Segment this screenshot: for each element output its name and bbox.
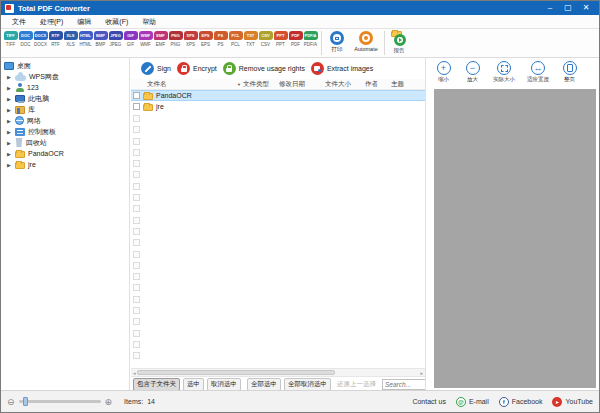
whole-page-button[interactable]: 整页 (556, 61, 583, 89)
column-filetype[interactable]: 文件类型 (243, 80, 279, 89)
toolbar-separator (321, 31, 322, 55)
scroll-right-icon[interactable]: ▸ (420, 370, 423, 376)
html-icon: HTML (79, 31, 93, 40)
row-checkbox[interactable] (133, 92, 140, 99)
slider-thumb[interactable] (23, 397, 28, 406)
format-button-bmp[interactable]: BMPBMP (93, 31, 108, 47)
format-button-tiff[interactable]: TIFFTIFF (3, 31, 18, 47)
file-row-jre[interactable]: jre (131, 101, 425, 112)
folder-icon (15, 151, 25, 158)
format-button-eps[interactable]: EPSEPS (198, 31, 213, 47)
maximize-button[interactable]: ▢ (559, 1, 577, 15)
extract-images-button[interactable]: Extract images (311, 62, 373, 75)
column-modified[interactable]: 修改日期 (279, 80, 325, 89)
file-row-pandaocr[interactable]: PandaOCR (131, 90, 425, 101)
zoom-in-button[interactable]: − 放大 (459, 61, 486, 89)
tree-item-recycle-bin[interactable]: ▶ 回收站 (1, 137, 129, 148)
report-button[interactable]: 报告 (387, 29, 411, 54)
format-button-xls[interactable]: XLSXLS (63, 31, 78, 47)
remove-usage-rights-button[interactable]: Remove usage rights (223, 62, 305, 75)
close-button[interactable]: ✕ (577, 1, 595, 15)
folder-tree: 桌面 ▶ WPS网盘 ▶ 123 ▶ 此电脑 ▶ 库 (1, 58, 130, 390)
slider-track[interactable] (19, 400, 101, 403)
actual-size-icon (497, 61, 511, 75)
folder-icon (143, 104, 153, 111)
network-icon (15, 116, 24, 125)
extract-images-icon (311, 62, 324, 75)
format-button-doc[interactable]: DOCDOC (18, 31, 33, 47)
doc-icon: DOC (19, 31, 33, 40)
format-button-xps[interactable]: XPSXPS (183, 31, 198, 47)
scrollbar-thumb[interactable] (137, 370, 335, 375)
expander-icon[interactable]: ▶ (7, 85, 12, 91)
menu-process[interactable]: 处理(P) (33, 15, 70, 29)
library-icon (15, 106, 25, 114)
fit-width-button[interactable]: ↔ 适应宽度 (522, 61, 554, 89)
print-button[interactable]: 打印 (324, 29, 350, 53)
unlock-icon (223, 62, 236, 75)
control-panel-icon (15, 128, 25, 136)
tree-item-library[interactable]: ▶ 库 (1, 104, 129, 115)
automate-button[interactable]: Automate (350, 29, 382, 52)
scroll-left-icon[interactable]: ◂ (133, 370, 136, 376)
expander-icon[interactable]: ▶ (7, 162, 12, 168)
format-button-rtf[interactable]: RTFRTF (48, 31, 63, 47)
tree-item-user[interactable]: ▶ 123 (1, 82, 129, 93)
format-button-ps[interactable]: PSPS (213, 31, 228, 47)
format-button-ppt[interactable]: PPTPPT (273, 31, 288, 47)
pdfa-icon: PDF/A (304, 31, 318, 40)
youtube-link[interactable]: ▸ YouTube (552, 397, 593, 407)
tree-item-network[interactable]: ▶ 网络 (1, 115, 129, 126)
status-links: Contact us @ E-mail f Facebook ▸ YouTube (412, 397, 593, 407)
column-filename[interactable]: 文件名 ▼ (147, 80, 243, 89)
format-button-jpeg[interactable]: JPEGJPEG (108, 31, 123, 47)
tree-item-pandaocr[interactable]: ▶ PandaOCR (1, 148, 129, 159)
format-button-html[interactable]: HTMLHTML (78, 31, 93, 47)
format-button-wmf[interactable]: WMFWMF (138, 31, 153, 47)
expander-icon[interactable]: ▶ (7, 74, 12, 80)
contact-us-link[interactable]: Contact us (412, 398, 445, 405)
format-button-docx[interactable]: DOCXDOCX (33, 31, 48, 47)
column-author[interactable]: 作者 (365, 80, 391, 89)
expander-icon[interactable]: ▶ (7, 107, 12, 113)
format-button-csv[interactable]: CSVCSV (258, 31, 273, 47)
column-filesize[interactable]: 文件大小 (325, 80, 365, 89)
sign-button[interactable]: Sign (141, 62, 171, 75)
zoom-out-button[interactable]: + 缩小 (430, 61, 457, 89)
zoom-out-icon[interactable]: ⊖ (7, 397, 15, 407)
expander-icon[interactable]: ▶ (7, 96, 12, 102)
actual-size-button[interactable]: 实际大小 (488, 61, 520, 89)
format-button-txt[interactable]: TXTTXT (243, 31, 258, 47)
expander-icon[interactable]: ▶ (7, 129, 12, 135)
expander-icon[interactable]: ▶ (7, 118, 12, 124)
expander-icon[interactable]: ▶ (7, 140, 12, 146)
minimize-button[interactable]: – (541, 1, 559, 15)
tree-item-jre[interactable]: ▶ jre (1, 159, 129, 170)
horizontal-scrollbar[interactable]: ◂ ▸ (131, 368, 425, 376)
encrypt-button[interactable]: Encrypt (177, 62, 217, 75)
format-button-pdf[interactable]: PDFPDF (288, 31, 303, 47)
column-subject[interactable]: 主题 (391, 80, 425, 89)
fit-width-icon: ↔ (531, 61, 545, 75)
pdf-actions-toolbar: Sign Encrypt Remove usage rights Extract… (131, 58, 425, 79)
menu-file[interactable]: 文件 (5, 15, 33, 29)
expander-icon[interactable]: ▶ (7, 151, 12, 157)
tree-item-desktop[interactable]: 桌面 (1, 60, 129, 71)
format-button-png[interactable]: PNGPNG (168, 31, 183, 47)
menu-help[interactable]: 帮助 (135, 15, 163, 29)
format-button-pcl[interactable]: PCLPCL (228, 31, 243, 47)
preview-panel: + 缩小 − 放大 实际大小 ↔ 适应宽度 整页 (425, 58, 599, 390)
facebook-link[interactable]: f Facebook (499, 397, 543, 407)
menu-favorites[interactable]: 收藏(F) (98, 15, 135, 29)
format-button-emf[interactable]: EMFEMF (153, 31, 168, 47)
tree-item-this-pc[interactable]: ▶ 此电脑 (1, 93, 129, 104)
format-button-gif[interactable]: GIFGIF (123, 31, 138, 47)
tree-item-wps[interactable]: ▶ WPS网盘 (1, 71, 129, 82)
zoom-in-icon[interactable]: ⊕ (105, 397, 113, 407)
email-icon: @ (456, 397, 466, 407)
tree-item-control-panel[interactable]: ▶ 控制面板 (1, 126, 129, 137)
row-checkbox[interactable] (133, 103, 140, 110)
format-button-pdfa[interactable]: PDF/APDF/A (303, 31, 318, 47)
email-link[interactable]: @ E-mail (456, 397, 489, 407)
menu-edit[interactable]: 编辑 (70, 15, 98, 29)
